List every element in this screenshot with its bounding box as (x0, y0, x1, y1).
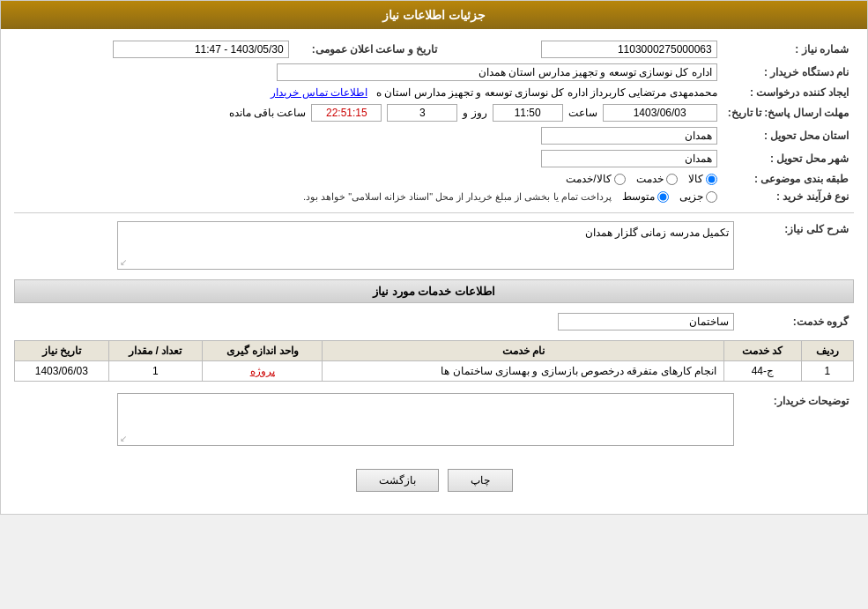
buyer-notes-value: ↙ (14, 390, 739, 449)
purchase-type-value: جزیی متوسط پرداخت تمام یا بخشی از مبلغ خ… (14, 188, 723, 205)
city-input: همدان (541, 150, 717, 167)
cell-service-code: ج-44 (724, 361, 802, 382)
divider-1 (14, 212, 854, 213)
main-content: شماره نیاز : 1103000275000063 تاریخ و سا… (1, 29, 867, 514)
deadline-time-input: 11:50 (493, 104, 563, 122)
announce-date-label: تاریخ و ساعت اعلان عمومی: (294, 38, 442, 61)
service-group-value: ساختمان (14, 310, 739, 333)
city-label: شهر محل تحویل : (723, 147, 854, 170)
cell-quantity: 1 (108, 361, 202, 382)
col-service-name: نام خدمت (323, 341, 724, 361)
deadline-date-input: 1403/06/03 (603, 104, 717, 122)
purchase-type-label-jozi: جزیی (679, 190, 703, 203)
purchase-type-label: نوع فرآیند خرید : (723, 188, 854, 205)
purchase-type-radio-jozi[interactable] (706, 191, 717, 203)
creator-label: ایجاد کننده درخواست : (723, 84, 854, 101)
print-button[interactable]: چاپ (448, 469, 513, 492)
bottom-buttons: چاپ بازگشت (14, 456, 854, 505)
col-unit: واحد اندازه گیری (203, 341, 323, 361)
notes-resize-handle: ↙ (120, 434, 127, 443)
need-number-label: شماره نیاز : (723, 38, 854, 61)
deadline-label: مهلت ارسال پاسخ: تا تاریخ: (723, 101, 854, 124)
category-label: طبقه بندی موضوعی : (723, 170, 854, 188)
cell-date: 1403/06/03 (15, 361, 109, 382)
province-input: همدان (541, 127, 717, 145)
buyer-org-input: اداره کل نوسازی توسعه و تجهیز مدارس استا… (277, 63, 717, 81)
contact-info-link[interactable]: اطلاعات تماس خریدار (271, 86, 367, 99)
description-label: شرح کلی نیاز: (739, 219, 854, 272)
deadline-days-input: 3 (387, 104, 457, 122)
cell-service-name: انجام کارهای متفرقه درخصوص بازسازی و بهس… (323, 361, 724, 382)
col-date: تاریخ نیاز (15, 341, 109, 361)
col-service-code: کد خدمت (724, 341, 802, 361)
buyer-notes-label: توضیحات خریدار: (739, 390, 854, 449)
back-button[interactable]: بازگشت (356, 469, 439, 492)
need-number-input: 1103000275000063 (541, 41, 717, 58)
category-radio-kala-khedmat[interactable] (614, 174, 626, 185)
service-group-table: گروه خدمت: ساختمان (14, 310, 854, 333)
purchase-type-jozi: جزیی (679, 190, 717, 203)
buyer-notes-table: توضیحات خریدار: ↙ (14, 390, 854, 449)
buyer-org-label: نام دستگاه خریدار : (723, 61, 854, 84)
description-text: تکمیل مدرسه زمانی گلزار همدان (585, 227, 729, 239)
resize-handle: ↙ (120, 257, 127, 267)
creator-value: محمدمهدی مرتضایی کاربرداز اداره کل نوساز… (14, 84, 723, 101)
province-value: همدان (14, 124, 723, 147)
description-table: شرح کلی نیاز: تکمیل مدرسه زمانی گلزار هم… (14, 219, 854, 272)
services-section-title: اطلاعات خدمات مورد نیاز (14, 279, 854, 303)
deadline-days-label: روز و (463, 107, 486, 119)
category-option-kala-khedmat: کالا/خدمت (566, 173, 625, 185)
purchase-type-note: پرداخت تمام یا بخشی از مبلغ خریدار از مح… (303, 191, 612, 203)
category-label-kala: کالا (688, 173, 703, 185)
province-label: استان محل تحویل : (723, 124, 854, 147)
category-radio-khedmat[interactable] (666, 174, 678, 185)
creator-name: محمدمهدی مرتضایی کاربرداز اداره کل نوساز… (376, 86, 717, 99)
deadline-time-label: ساعت (568, 107, 597, 119)
col-row-num: ردیف (801, 341, 853, 361)
purchase-type-label-motavaset: متوسط (622, 190, 655, 203)
description-value: تکمیل مدرسه زمانی گلزار همدان ↙ (14, 219, 739, 272)
city-value: همدان (14, 147, 723, 170)
page-title: جزئیات اطلاعات نیاز (382, 8, 486, 22)
need-number-value: 1103000275000063 (442, 38, 723, 61)
buyer-org-value: اداره کل نوسازی توسعه و تجهیز مدارس استا… (14, 61, 723, 84)
col-quantity: تعداد / مقدار (108, 341, 202, 361)
purchase-type-radio-motavaset[interactable] (657, 191, 669, 203)
category-value: کالا خدمت کالا/خدمت (14, 170, 723, 188)
page-header: جزئیات اطلاعات نیاز (1, 1, 867, 29)
announce-date-value: 1403/05/30 - 11:47 (14, 38, 294, 61)
basic-info-table: شماره نیاز : 1103000275000063 تاریخ و سا… (14, 38, 854, 205)
announce-date-input: 1403/05/30 - 11:47 (113, 41, 289, 58)
category-label-khedmat: خدمت (636, 173, 664, 185)
cell-unit: پروژه (203, 361, 323, 382)
page-container: جزئیات اطلاعات نیاز شماره نیاز : 1103000… (0, 0, 868, 515)
category-option-kala: کالا (688, 173, 717, 185)
service-group-input: ساختمان (558, 313, 734, 330)
table-row: 1 ج-44 انجام کارهای متفرقه درخصوص بازساز… (15, 361, 854, 382)
purchase-type-motavaset: متوسط (622, 190, 669, 203)
unit-link[interactable]: پروژه (250, 365, 275, 377)
cell-row-num: 1 (801, 361, 853, 382)
remaining-label: ساعت باقی مانده (229, 107, 307, 119)
category-option-khedmat: خدمت (636, 173, 678, 185)
category-label-kala-khedmat: کالا/خدمت (566, 173, 611, 185)
deadline-value: 1403/06/03 ساعت 11:50 روز و 3 22:51:15 س… (14, 101, 723, 124)
deadline-clock-input: 22:51:15 (311, 104, 382, 122)
category-radio-kala[interactable] (706, 174, 717, 185)
service-group-label: گروه خدمت: (739, 310, 854, 333)
services-table: ردیف کد خدمت نام خدمت واحد اندازه گیری ت… (14, 340, 854, 382)
